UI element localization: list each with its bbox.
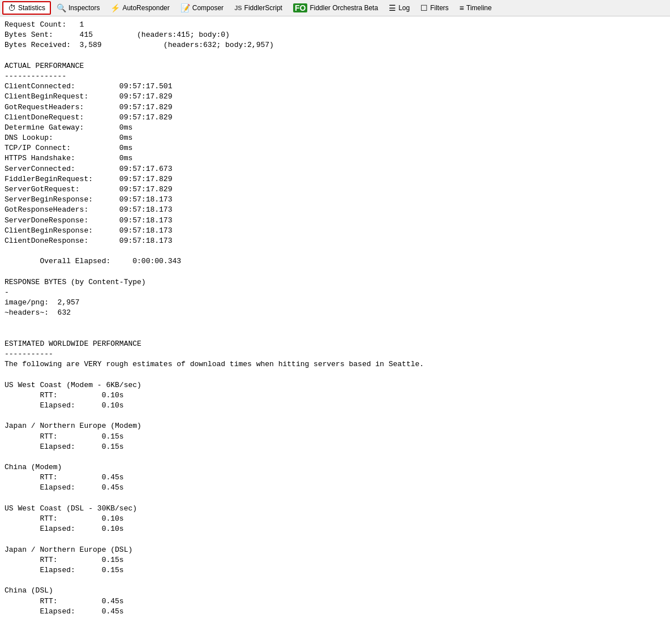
tab-autoresponder[interactable]: ⚡ AutoResponder <box>105 2 174 14</box>
tab-timeline[interactable]: ≡ Timeline <box>454 2 497 14</box>
tab-filters[interactable]: ☐ Filters <box>415 2 454 14</box>
tab-log[interactable]: ☰ Log <box>384 2 415 14</box>
fiddlerscript-icon: JS <box>234 5 242 11</box>
tab-fiddlerorchestra[interactable]: FO Fiddler Orchestra Beta <box>288 1 383 15</box>
stats-text: Request Count: 1 Bytes Sent: 415 (header… <box>5 20 424 644</box>
fiddlerorchestra-icon: FO <box>293 3 307 12</box>
statistics-icon: ⏱ <box>8 4 16 12</box>
autoresponder-icon: ⚡ <box>110 4 120 12</box>
main-content: Request Count: 1 Bytes Sent: 415 (header… <box>0 16 670 644</box>
tab-statistics[interactable]: ⏱ Statistics <box>2 1 51 15</box>
composer-icon: 📝 <box>181 4 190 12</box>
timeline-icon: ≡ <box>459 4 464 12</box>
inspectors-icon: 🔍 <box>57 4 66 12</box>
log-icon: ☰ <box>389 4 396 12</box>
tab-composer[interactable]: 📝 Composer <box>175 2 229 14</box>
toolbar: ⏱ Statistics 🔍 Inspectors ⚡ AutoResponde… <box>0 0 670 16</box>
tab-inspectors[interactable]: 🔍 Inspectors <box>51 2 105 14</box>
tab-fiddlerscript[interactable]: JS FiddlerScript <box>229 2 287 14</box>
filters-icon: ☐ <box>420 4 428 12</box>
